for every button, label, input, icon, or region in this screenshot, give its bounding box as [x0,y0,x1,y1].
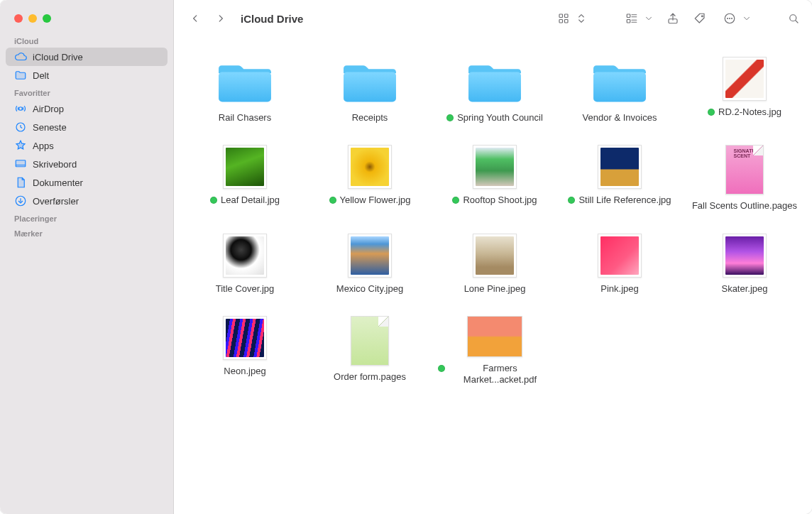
close-window-button[interactable] [14,14,23,23]
svg-rect-26 [468,72,521,102]
image-thumbnail [348,234,392,278]
file-name: Skater.jpeg [721,283,767,295]
file-item[interactable]: Yellow Flower.jpg [313,145,427,212]
chevron-down-icon [742,9,752,28]
sidebar-item-apps[interactable]: Apps [6,136,168,155]
file-name: Farmers Market...acket.pdf [449,363,552,386]
file-name: Yellow Flower.jpg [340,195,411,206]
actions-menu-button[interactable] [716,8,755,29]
file-label-row: Fall Scents Outline.pages [692,200,797,212]
file-item[interactable]: Receipts [313,57,427,124]
file-name: Rail Chasers [219,112,271,124]
sidebar-item-label: Delt [33,70,159,81]
group-by-control[interactable] [618,8,657,29]
share-button[interactable] [662,9,684,28]
file-label-row: Lone Pine.jpeg [464,283,526,295]
file-label-row: Pink.jpeg [600,283,638,295]
svg-rect-7 [565,14,569,18]
svg-point-21 [732,18,733,19]
view-updown-icon [576,9,587,28]
file-name: Rooftop Shoot.jpg [463,195,537,206]
sidebar-item-label: Dokumenter [33,177,159,188]
image-thumbnail [473,234,517,278]
svg-rect-9 [565,20,569,23]
search-button[interactable] [783,9,804,28]
folder-icon [340,57,400,106]
file-label-row: Still Life Reference.jpg [568,195,671,206]
sidebar-item-airdrop[interactable]: AirDrop [6,99,168,118]
file-name: Lone Pine.jpeg [464,283,526,295]
sidebar-item-label: Overførsler [33,196,159,207]
file-label-row: Order form.pages [334,371,406,383]
svg-rect-8 [559,20,563,23]
file-name: RD.2-Notes.jpg [718,106,781,118]
file-item[interactable]: Rooftop Shoot.jpg [438,145,552,212]
file-label-row: Neon.jpeg [224,366,265,377]
file-item[interactable]: Still Life Reference.jpg [563,145,676,212]
sidebar-item-label: AirDrop [33,104,159,114]
sidebar-item-skrivebord[interactable]: Skrivebord [6,155,168,173]
folder-icon [215,57,275,106]
sidebar-item-icloud-drive[interactable]: iCloud Drive [6,48,168,66]
forward-button[interactable] [211,9,231,28]
svg-point-17 [701,16,703,17]
file-name: Fall Scents Outline.pages [692,200,797,212]
file-grid-area[interactable]: Rail ChasersReceiptsSpring Youth Council… [174,37,812,514]
file-item[interactable]: Neon.jpeg [188,316,302,386]
tag-dot-green [438,365,445,372]
file-label-row: Receipts [352,112,388,124]
image-thumbnail [223,234,267,278]
file-item[interactable]: RD.2-Notes.jpg [688,57,801,124]
sidebar-section-label: Mærker [0,225,173,240]
file-item[interactable]: Pink.jpeg [563,234,676,295]
group-icon [621,9,642,28]
tags-button[interactable] [689,9,710,28]
file-name: Spring Youth Council [457,112,543,124]
file-name: Receipts [352,112,388,124]
file-item[interactable]: Leaf Detail.jpg [188,145,302,212]
file-label-row: Rail Chasers [219,112,271,124]
folder-icon [465,57,525,106]
minimize-window-button[interactable] [28,14,37,23]
file-name: Neon.jpeg [224,366,265,377]
svg-point-19 [728,18,728,19]
file-item[interactable]: Mexico City.jpeg [313,234,427,295]
sidebar: iCloudiCloud DriveDeltFavoritterAirDropS… [0,0,174,514]
recents-icon [14,121,27,133]
file-label-row: Spring Youth Council [446,112,543,124]
file-item[interactable]: Spring Youth Council [438,57,552,124]
back-button[interactable] [185,9,205,28]
folder-icon [590,57,649,106]
svg-rect-13 [627,20,630,23]
sidebar-item-label: Skrivebord [33,159,159,170]
file-label-row: Yellow Flower.jpg [329,195,411,206]
main-pane: iCloud Drive [174,0,812,514]
file-label-row: Mexico City.jpeg [336,283,403,295]
file-item[interactable]: Vendor & Invoices [563,57,676,124]
sidebar-item-delt[interactable]: Delt [6,66,168,84]
tag-dot-green [446,114,454,121]
file-item[interactable]: Lone Pine.jpeg [438,234,552,295]
file-name: Pink.jpeg [600,283,638,295]
sidebar-item-label: Apps [33,141,159,151]
sidebar-item-dokumenter[interactable]: Dokumenter [6,173,168,192]
tag-dot-green [708,109,715,116]
file-name: Order form.pages [334,371,406,383]
file-item[interactable]: Title Cover.jpg [188,234,302,295]
sidebar-item-label: Seneste [33,122,159,133]
svg-rect-27 [593,72,646,102]
sidebar-item-seneste[interactable]: Seneste [6,118,168,136]
svg-rect-2 [16,160,26,167]
file-item[interactable]: Farmers Market...acket.pdf [438,316,552,386]
sidebar-item-overførsler[interactable]: Overførsler [6,192,168,210]
file-label-row: Farmers Market...acket.pdf [438,363,552,386]
file-item[interactable]: Rail Chasers [188,57,302,124]
file-item[interactable]: Skater.jpeg [688,234,801,295]
file-item[interactable]: Order form.pages [313,316,427,386]
file-name: Still Life Reference.jpg [578,195,671,206]
zoom-window-button[interactable] [43,14,51,23]
cloud-icon [14,50,27,63]
view-mode-control[interactable] [550,8,590,29]
svg-point-0 [19,107,23,111]
file-item[interactable]: SIGNATU SCENTFall Scents Outline.pages [688,145,801,212]
